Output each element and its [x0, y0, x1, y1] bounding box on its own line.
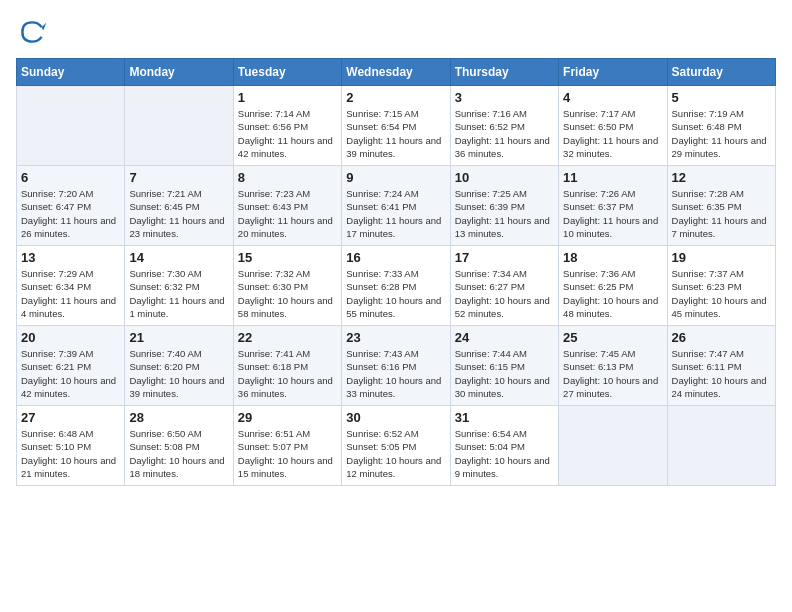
- calendar-week-row: 20Sunrise: 7:39 AMSunset: 6:21 PMDayligh…: [17, 326, 776, 406]
- day-number: 28: [129, 410, 228, 425]
- calendar-cell: [667, 406, 775, 486]
- day-info: Sunrise: 7:21 AMSunset: 6:45 PMDaylight:…: [129, 187, 228, 240]
- weekday-header: Friday: [559, 59, 667, 86]
- calendar-cell: 10Sunrise: 7:25 AMSunset: 6:39 PMDayligh…: [450, 166, 558, 246]
- calendar-week-row: 6Sunrise: 7:20 AMSunset: 6:47 PMDaylight…: [17, 166, 776, 246]
- day-number: 19: [672, 250, 771, 265]
- calendar-cell: 16Sunrise: 7:33 AMSunset: 6:28 PMDayligh…: [342, 246, 450, 326]
- day-info: Sunrise: 7:39 AMSunset: 6:21 PMDaylight:…: [21, 347, 120, 400]
- calendar-cell: 28Sunrise: 6:50 AMSunset: 5:08 PMDayligh…: [125, 406, 233, 486]
- day-info: Sunrise: 7:44 AMSunset: 6:15 PMDaylight:…: [455, 347, 554, 400]
- calendar-cell: 9Sunrise: 7:24 AMSunset: 6:41 PMDaylight…: [342, 166, 450, 246]
- day-info: Sunrise: 6:50 AMSunset: 5:08 PMDaylight:…: [129, 427, 228, 480]
- day-number: 14: [129, 250, 228, 265]
- day-info: Sunrise: 6:48 AMSunset: 5:10 PMDaylight:…: [21, 427, 120, 480]
- day-number: 3: [455, 90, 554, 105]
- day-number: 9: [346, 170, 445, 185]
- calendar-cell: 19Sunrise: 7:37 AMSunset: 6:23 PMDayligh…: [667, 246, 775, 326]
- calendar-cell: 2Sunrise: 7:15 AMSunset: 6:54 PMDaylight…: [342, 86, 450, 166]
- day-info: Sunrise: 7:36 AMSunset: 6:25 PMDaylight:…: [563, 267, 662, 320]
- calendar-cell: 26Sunrise: 7:47 AMSunset: 6:11 PMDayligh…: [667, 326, 775, 406]
- day-info: Sunrise: 6:52 AMSunset: 5:05 PMDaylight:…: [346, 427, 445, 480]
- calendar-cell: 14Sunrise: 7:30 AMSunset: 6:32 PMDayligh…: [125, 246, 233, 326]
- weekday-header: Sunday: [17, 59, 125, 86]
- day-info: Sunrise: 7:29 AMSunset: 6:34 PMDaylight:…: [21, 267, 120, 320]
- logo-icon: [16, 16, 48, 48]
- calendar-cell: 1Sunrise: 7:14 AMSunset: 6:56 PMDaylight…: [233, 86, 341, 166]
- day-number: 27: [21, 410, 120, 425]
- day-number: 16: [346, 250, 445, 265]
- weekday-header: Monday: [125, 59, 233, 86]
- weekday-header: Thursday: [450, 59, 558, 86]
- calendar-table: SundayMondayTuesdayWednesdayThursdayFrid…: [16, 58, 776, 486]
- day-number: 8: [238, 170, 337, 185]
- day-info: Sunrise: 7:14 AMSunset: 6:56 PMDaylight:…: [238, 107, 337, 160]
- day-info: Sunrise: 7:26 AMSunset: 6:37 PMDaylight:…: [563, 187, 662, 240]
- page-header: [16, 16, 776, 48]
- day-info: Sunrise: 6:54 AMSunset: 5:04 PMDaylight:…: [455, 427, 554, 480]
- day-info: Sunrise: 7:23 AMSunset: 6:43 PMDaylight:…: [238, 187, 337, 240]
- day-number: 25: [563, 330, 662, 345]
- calendar-cell: 24Sunrise: 7:44 AMSunset: 6:15 PMDayligh…: [450, 326, 558, 406]
- day-number: 24: [455, 330, 554, 345]
- day-info: Sunrise: 7:17 AMSunset: 6:50 PMDaylight:…: [563, 107, 662, 160]
- calendar-cell: [17, 86, 125, 166]
- calendar-cell: [125, 86, 233, 166]
- weekday-header: Tuesday: [233, 59, 341, 86]
- day-number: 12: [672, 170, 771, 185]
- day-info: Sunrise: 7:30 AMSunset: 6:32 PMDaylight:…: [129, 267, 228, 320]
- calendar-cell: 25Sunrise: 7:45 AMSunset: 6:13 PMDayligh…: [559, 326, 667, 406]
- calendar-body: 1Sunrise: 7:14 AMSunset: 6:56 PMDaylight…: [17, 86, 776, 486]
- day-info: Sunrise: 7:37 AMSunset: 6:23 PMDaylight:…: [672, 267, 771, 320]
- day-number: 5: [672, 90, 771, 105]
- day-number: 10: [455, 170, 554, 185]
- calendar-cell: 7Sunrise: 7:21 AMSunset: 6:45 PMDaylight…: [125, 166, 233, 246]
- calendar-cell: 29Sunrise: 6:51 AMSunset: 5:07 PMDayligh…: [233, 406, 341, 486]
- day-info: Sunrise: 7:15 AMSunset: 6:54 PMDaylight:…: [346, 107, 445, 160]
- calendar-cell: 12Sunrise: 7:28 AMSunset: 6:35 PMDayligh…: [667, 166, 775, 246]
- calendar-cell: 11Sunrise: 7:26 AMSunset: 6:37 PMDayligh…: [559, 166, 667, 246]
- day-number: 1: [238, 90, 337, 105]
- day-info: Sunrise: 7:19 AMSunset: 6:48 PMDaylight:…: [672, 107, 771, 160]
- day-info: Sunrise: 7:34 AMSunset: 6:27 PMDaylight:…: [455, 267, 554, 320]
- day-number: 15: [238, 250, 337, 265]
- day-number: 30: [346, 410, 445, 425]
- calendar-cell: 6Sunrise: 7:20 AMSunset: 6:47 PMDaylight…: [17, 166, 125, 246]
- calendar-week-row: 27Sunrise: 6:48 AMSunset: 5:10 PMDayligh…: [17, 406, 776, 486]
- weekday-header: Wednesday: [342, 59, 450, 86]
- day-number: 4: [563, 90, 662, 105]
- day-info: Sunrise: 7:45 AMSunset: 6:13 PMDaylight:…: [563, 347, 662, 400]
- logo: [16, 16, 52, 48]
- calendar-cell: 18Sunrise: 7:36 AMSunset: 6:25 PMDayligh…: [559, 246, 667, 326]
- calendar-cell: 31Sunrise: 6:54 AMSunset: 5:04 PMDayligh…: [450, 406, 558, 486]
- day-info: Sunrise: 7:32 AMSunset: 6:30 PMDaylight:…: [238, 267, 337, 320]
- calendar-cell: 4Sunrise: 7:17 AMSunset: 6:50 PMDaylight…: [559, 86, 667, 166]
- day-number: 20: [21, 330, 120, 345]
- day-number: 11: [563, 170, 662, 185]
- day-number: 26: [672, 330, 771, 345]
- calendar-cell: 30Sunrise: 6:52 AMSunset: 5:05 PMDayligh…: [342, 406, 450, 486]
- day-number: 31: [455, 410, 554, 425]
- day-number: 18: [563, 250, 662, 265]
- day-info: Sunrise: 7:28 AMSunset: 6:35 PMDaylight:…: [672, 187, 771, 240]
- calendar-cell: [559, 406, 667, 486]
- day-info: Sunrise: 7:33 AMSunset: 6:28 PMDaylight:…: [346, 267, 445, 320]
- day-info: Sunrise: 6:51 AMSunset: 5:07 PMDaylight:…: [238, 427, 337, 480]
- calendar-cell: 8Sunrise: 7:23 AMSunset: 6:43 PMDaylight…: [233, 166, 341, 246]
- day-info: Sunrise: 7:25 AMSunset: 6:39 PMDaylight:…: [455, 187, 554, 240]
- day-info: Sunrise: 7:24 AMSunset: 6:41 PMDaylight:…: [346, 187, 445, 240]
- calendar-cell: 5Sunrise: 7:19 AMSunset: 6:48 PMDaylight…: [667, 86, 775, 166]
- day-info: Sunrise: 7:47 AMSunset: 6:11 PMDaylight:…: [672, 347, 771, 400]
- day-info: Sunrise: 7:40 AMSunset: 6:20 PMDaylight:…: [129, 347, 228, 400]
- weekday-header: Saturday: [667, 59, 775, 86]
- calendar-cell: 21Sunrise: 7:40 AMSunset: 6:20 PMDayligh…: [125, 326, 233, 406]
- calendar-cell: 20Sunrise: 7:39 AMSunset: 6:21 PMDayligh…: [17, 326, 125, 406]
- calendar-cell: 17Sunrise: 7:34 AMSunset: 6:27 PMDayligh…: [450, 246, 558, 326]
- calendar-week-row: 13Sunrise: 7:29 AMSunset: 6:34 PMDayligh…: [17, 246, 776, 326]
- day-info: Sunrise: 7:43 AMSunset: 6:16 PMDaylight:…: [346, 347, 445, 400]
- calendar-cell: 15Sunrise: 7:32 AMSunset: 6:30 PMDayligh…: [233, 246, 341, 326]
- calendar-header-row: SundayMondayTuesdayWednesdayThursdayFrid…: [17, 59, 776, 86]
- day-number: 23: [346, 330, 445, 345]
- calendar-cell: 3Sunrise: 7:16 AMSunset: 6:52 PMDaylight…: [450, 86, 558, 166]
- day-number: 17: [455, 250, 554, 265]
